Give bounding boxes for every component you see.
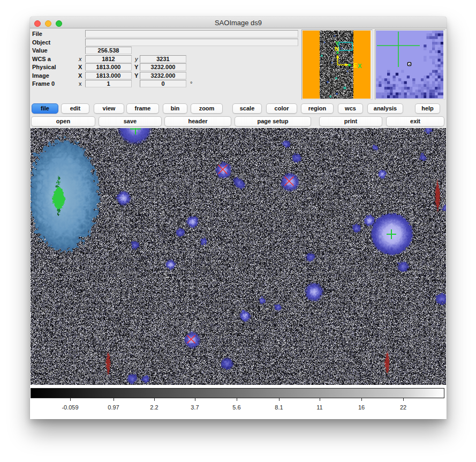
svg-text:X: X: [358, 63, 362, 69]
svg-text:E: E: [353, 62, 357, 69]
svg-text:Y: Y: [335, 40, 339, 47]
